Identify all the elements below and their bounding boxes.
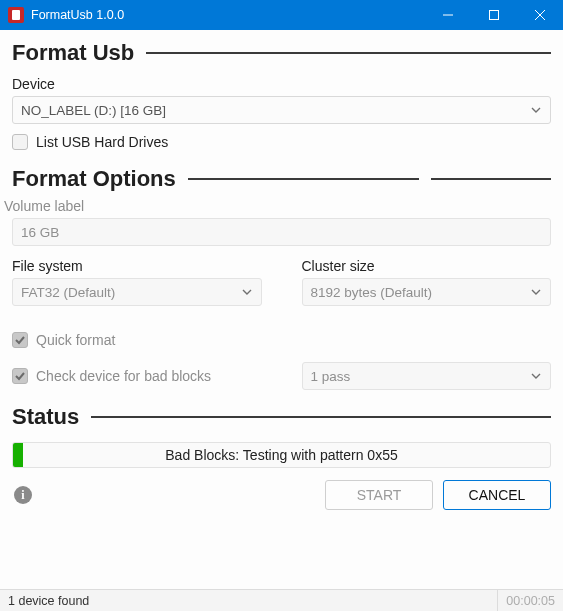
cluster-size-label: Cluster size xyxy=(302,258,552,274)
file-system-select[interactable]: FAT32 (Default) xyxy=(12,278,262,306)
divider xyxy=(91,416,551,418)
title-bar: FormatUsb 1.0.0 xyxy=(0,0,563,30)
start-button[interactable]: START xyxy=(325,480,433,510)
svg-rect-0 xyxy=(490,11,499,20)
cluster-size-select[interactable]: 8192 bytes (Default) xyxy=(302,278,552,306)
divider xyxy=(188,178,419,180)
bad-blocks-label: Check device for bad blocks xyxy=(36,368,211,384)
volume-label-input[interactable]: 16 GB xyxy=(12,218,551,246)
chevron-down-icon xyxy=(530,370,542,382)
progress-text: Bad Blocks: Testing with pattern 0x55 xyxy=(165,447,397,463)
minimize-button[interactable] xyxy=(425,0,471,30)
app-icon xyxy=(8,7,24,23)
file-system-label: File system xyxy=(12,258,262,274)
device-select[interactable]: NO_LABEL (D:) [16 GB] xyxy=(12,96,551,124)
heading-format-options: Format Options xyxy=(12,166,176,192)
quick-format-label: Quick format xyxy=(36,332,115,348)
maximize-button[interactable] xyxy=(471,0,517,30)
cancel-button[interactable]: CANCEL xyxy=(443,480,551,510)
divider xyxy=(146,52,551,54)
heading-status: Status xyxy=(12,404,79,430)
heading-format-usb: Format Usb xyxy=(12,40,134,66)
close-button[interactable] xyxy=(517,0,563,30)
device-label: Device xyxy=(12,76,551,92)
volume-label-label: Volume label xyxy=(4,198,551,214)
section-heading-format-usb: Format Usb xyxy=(12,40,551,66)
chevron-down-icon xyxy=(241,286,253,298)
bad-blocks-checkbox[interactable] xyxy=(12,368,28,384)
chevron-down-icon xyxy=(530,104,542,116)
info-icon[interactable]: i xyxy=(14,486,32,504)
status-bar-text: 1 device found xyxy=(8,594,89,608)
status-bar: 1 device found 00:00:05 xyxy=(0,589,563,611)
window-title: FormatUsb 1.0.0 xyxy=(31,8,425,22)
quick-format-checkbox[interactable] xyxy=(12,332,28,348)
divider xyxy=(431,178,551,180)
bad-blocks-passes-select[interactable]: 1 pass xyxy=(302,362,552,390)
status-bar-time: 00:00:05 xyxy=(497,590,555,611)
section-heading-format-options: Format Options xyxy=(12,166,551,192)
chevron-down-icon xyxy=(530,286,542,298)
bad-blocks-passes-value: 1 pass xyxy=(311,369,351,384)
section-heading-status: Status xyxy=(12,404,551,430)
volume-label-value: 16 GB xyxy=(21,225,59,240)
device-select-value: NO_LABEL (D:) [16 GB] xyxy=(21,103,166,118)
progress-bar: Bad Blocks: Testing with pattern 0x55 xyxy=(12,442,551,468)
cluster-size-value: 8192 bytes (Default) xyxy=(311,285,433,300)
list-usb-hdd-label: List USB Hard Drives xyxy=(36,134,168,150)
progress-fill xyxy=(13,443,23,467)
file-system-value: FAT32 (Default) xyxy=(21,285,115,300)
list-usb-hdd-checkbox[interactable] xyxy=(12,134,28,150)
